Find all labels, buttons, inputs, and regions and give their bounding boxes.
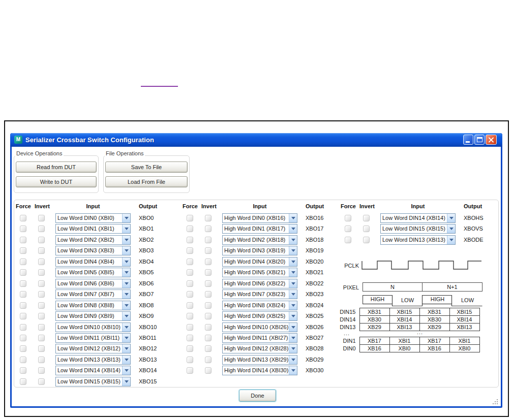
force-checkbox[interactable]	[187, 269, 193, 276]
input-select[interactable]: Low Word DIN1 (XBI1)	[55, 224, 131, 234]
force-checkbox[interactable]	[20, 313, 26, 319]
input-select[interactable]: High Word DIN11 (XBI27)	[222, 333, 297, 343]
chevron-down-icon[interactable]	[289, 323, 297, 332]
chevron-down-icon[interactable]	[289, 366, 297, 375]
input-select[interactable]: Low Word DIN14 (XBI14)	[55, 366, 131, 375]
done-button[interactable]: Done	[239, 390, 276, 402]
invert-checkbox[interactable]	[38, 357, 45, 363]
chevron-down-icon[interactable]	[289, 224, 297, 233]
chevron-down-icon[interactable]	[289, 356, 297, 364]
invert-checkbox[interactable]	[205, 335, 212, 341]
force-checkbox[interactable]	[187, 302, 193, 309]
chevron-down-icon[interactable]	[289, 214, 297, 222]
chevron-down-icon[interactable]	[447, 214, 455, 222]
invert-checkbox[interactable]	[38, 225, 45, 232]
force-checkbox[interactable]	[20, 357, 26, 363]
chevron-down-icon[interactable]	[289, 312, 297, 320]
input-select[interactable]: Low Word DIN9 (XBI9)	[55, 311, 131, 321]
invert-checkbox[interactable]	[363, 237, 370, 243]
invert-checkbox[interactable]	[38, 237, 45, 243]
invert-checkbox[interactable]	[205, 291, 212, 298]
chevron-down-icon[interactable]	[122, 312, 130, 320]
invert-checkbox[interactable]	[205, 302, 212, 309]
input-select[interactable]: High Word DIN5 (XBI21)	[222, 268, 297, 277]
chevron-down-icon[interactable]	[289, 246, 297, 255]
input-select[interactable]: Low Word DIN3 (XBI3)	[55, 246, 131, 255]
force-checkbox[interactable]	[20, 280, 26, 287]
invert-checkbox[interactable]	[205, 345, 212, 352]
chevron-down-icon[interactable]	[122, 301, 130, 310]
force-checkbox[interactable]	[20, 302, 26, 309]
input-select[interactable]: High Word DIN13 (XBI29)	[222, 355, 297, 365]
input-select[interactable]: Low Word DIN13 (XBI13)	[380, 235, 456, 245]
invert-checkbox[interactable]	[38, 324, 45, 331]
invert-checkbox[interactable]	[38, 378, 45, 385]
force-checkbox[interactable]	[345, 225, 351, 232]
input-select[interactable]: Low Word DIN13 (XBI13)	[55, 355, 131, 365]
input-select[interactable]: Low Word DIN6 (XBI6)	[55, 279, 131, 288]
input-select[interactable]: High Word DIN12 (XBI28)	[222, 344, 297, 353]
input-select[interactable]: High Word DIN1 (XBI17)	[222, 224, 297, 234]
force-checkbox[interactable]	[187, 335, 193, 341]
input-select[interactable]: Low Word DIN7 (XBI7)	[55, 289, 131, 299]
force-checkbox[interactable]	[345, 215, 351, 221]
input-select[interactable]: High Word DIN3 (XBI19)	[222, 246, 297, 255]
force-checkbox[interactable]	[345, 237, 351, 243]
invert-checkbox[interactable]	[363, 215, 370, 221]
force-checkbox[interactable]	[20, 237, 26, 243]
force-checkbox[interactable]	[187, 215, 193, 221]
chevron-down-icon[interactable]	[289, 334, 297, 342]
force-checkbox[interactable]	[20, 324, 26, 331]
input-select[interactable]: High Word DIN10 (XBI26)	[222, 322, 297, 332]
input-select[interactable]: Low Word DIN15 (XBI15)	[55, 377, 131, 386]
force-checkbox[interactable]	[187, 324, 193, 331]
close-button[interactable]	[486, 135, 497, 145]
chevron-down-icon[interactable]	[289, 344, 297, 353]
chevron-down-icon[interactable]	[122, 356, 130, 364]
resize-grip[interactable]	[491, 398, 499, 405]
invert-checkbox[interactable]	[38, 247, 45, 254]
invert-checkbox[interactable]	[38, 259, 45, 265]
input-select[interactable]: Low Word DIN12 (XBI12)	[55, 344, 131, 353]
chevron-down-icon[interactable]	[447, 236, 455, 244]
input-select[interactable]: High Word DIN6 (XBI22)	[222, 279, 297, 288]
input-select[interactable]: Low Word DIN14 (XBI14)	[380, 213, 456, 223]
input-select[interactable]: High Word DIN8 (XBI24)	[222, 301, 297, 310]
invert-checkbox[interactable]	[205, 269, 212, 276]
chevron-down-icon[interactable]	[122, 236, 130, 244]
force-checkbox[interactable]	[20, 247, 26, 254]
input-select[interactable]: Low Word DIN5 (XBI5)	[55, 268, 131, 277]
chevron-down-icon[interactable]	[122, 334, 130, 342]
invert-checkbox[interactable]	[38, 291, 45, 298]
invert-checkbox[interactable]	[38, 302, 45, 309]
force-checkbox[interactable]	[20, 367, 26, 374]
invert-checkbox[interactable]	[205, 324, 212, 331]
force-checkbox[interactable]	[187, 367, 193, 374]
input-select[interactable]: High Word DIN0 (XBI16)	[222, 213, 297, 223]
input-select[interactable]: High Word DIN2 (XBI18)	[222, 235, 297, 245]
chevron-down-icon[interactable]	[122, 377, 130, 386]
chevron-down-icon[interactable]	[122, 323, 130, 332]
input-select[interactable]: Low Word DIN15 (XBI15)	[380, 224, 456, 234]
write-to-dut-button[interactable]: Write to DUT	[16, 176, 97, 187]
input-select[interactable]: High Word DIN9 (XBI25)	[222, 311, 297, 321]
invert-checkbox[interactable]	[205, 357, 212, 363]
input-select[interactable]: High Word DIN4 (XBI20)	[222, 257, 297, 267]
force-checkbox[interactable]	[20, 215, 26, 221]
invert-checkbox[interactable]	[205, 225, 212, 232]
invert-checkbox[interactable]	[38, 345, 45, 352]
force-checkbox[interactable]	[20, 225, 26, 232]
force-checkbox[interactable]	[187, 225, 193, 232]
invert-checkbox[interactable]	[38, 313, 45, 319]
chevron-down-icon[interactable]	[289, 268, 297, 277]
force-checkbox[interactable]	[20, 291, 26, 298]
force-checkbox[interactable]	[20, 259, 26, 265]
chevron-down-icon[interactable]	[289, 236, 297, 244]
minimize-button[interactable]	[463, 135, 473, 145]
invert-checkbox[interactable]	[38, 269, 45, 276]
force-checkbox[interactable]	[187, 357, 193, 363]
input-select[interactable]: Low Word DIN2 (XBI2)	[55, 235, 131, 245]
invert-checkbox[interactable]	[38, 367, 45, 374]
force-checkbox[interactable]	[20, 378, 26, 385]
chevron-down-icon[interactable]	[122, 246, 130, 255]
